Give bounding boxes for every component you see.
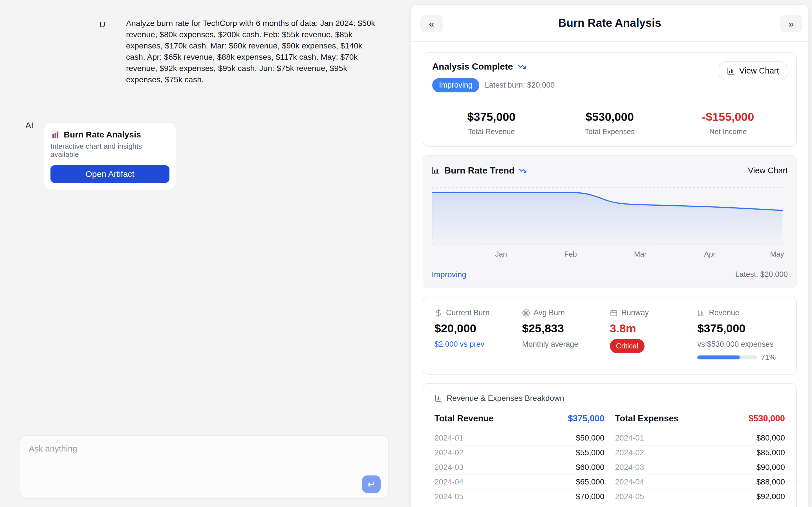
collapse-panel-button[interactable]: «: [420, 15, 443, 33]
chart-column-icon: [435, 394, 442, 402]
trending-down-icon: [519, 167, 527, 175]
artifact-preview-card[interactable]: Burn Rate Analysis Interactive chart and…: [44, 122, 176, 190]
current-burn-metric: Current Burn $20,000 $2,000 vs prev: [435, 308, 522, 362]
key-metrics-card: Current Burn $20,000 $2,000 vs prev Avg …: [423, 297, 797, 375]
chat-composer[interactable]: ↵: [20, 436, 389, 499]
x-label-feb: Feb: [564, 250, 577, 259]
table-row: 2024-03$60,000: [435, 460, 605, 475]
chat-pane: U Analyze burn rate for TechCorp with 6 …: [0, 0, 406, 507]
table-row: 2024-01$50,000: [435, 431, 605, 446]
avg-burn-metric: Avg Burn $25,833 Monthly average: [522, 308, 610, 362]
artifact-panel: « Burn Rate Analysis » Analysis Complete: [411, 4, 809, 507]
x-axis-labels: Jan Feb Mar Apr May: [432, 250, 788, 261]
artifact-header: « Burn Rate Analysis »: [411, 5, 808, 42]
revenue-progress-track: [697, 355, 757, 359]
table-row: 2024-06$75,000: [435, 504, 605, 507]
breakdown-card: Revenue & Expenses Breakdown Total Reven…: [423, 383, 797, 507]
trend-title: Burn Rate Trend: [444, 165, 515, 176]
artifact-card-title: Burn Rate Analysis: [64, 130, 141, 139]
table-row: 2024-03$90,000: [615, 460, 785, 475]
table-row: 2024-06$95,000: [615, 504, 785, 507]
trend-view-chart-link[interactable]: View Chart: [748, 166, 788, 175]
send-button[interactable]: ↵: [362, 475, 380, 493]
revenue-progress-fill: [697, 355, 740, 359]
revenue-metric: Revenue $375,000 vs $530,000 expenses 71…: [697, 308, 785, 362]
x-label-apr: Apr: [704, 250, 715, 259]
artifact-title: Burn Rate Analysis: [558, 17, 661, 29]
trend-status-text: Improving: [432, 270, 466, 279]
analysis-summary-card: Analysis Complete Improving Latest burn:…: [423, 52, 797, 147]
table-row: 2024-02$55,000: [435, 446, 605, 460]
revenue-column: Total Revenue $375,000 2024-01$50,000 20…: [435, 413, 605, 507]
table-row: 2024-04$88,000: [615, 475, 785, 490]
total-expenses-stat: $530,000 Total Expenses: [551, 110, 669, 136]
trending-down-icon: [517, 62, 526, 71]
return-arrow-icon: ↵: [367, 478, 375, 490]
target-icon: [522, 309, 530, 317]
revenue-progress-label: 71%: [761, 353, 776, 362]
burn-rate-trend-card: Burn Rate Trend View Chart: [423, 155, 797, 288]
bar-chart-emoji-icon: [50, 130, 60, 139]
user-message: Analyze burn rate for TechCorp with 6 mo…: [126, 17, 382, 85]
runway-metric: Runway 3.8m Critical: [610, 308, 698, 362]
view-chart-button[interactable]: View Chart: [719, 61, 787, 80]
table-row: 2024-01$80,000: [615, 431, 785, 446]
chart-column-icon: [432, 166, 440, 175]
user-avatar: U: [99, 20, 105, 29]
x-label-jan: Jan: [495, 250, 507, 259]
summary-divider: [432, 101, 787, 101]
breakdown-title: Revenue & Expenses Breakdown: [447, 394, 564, 403]
table-row: 2024-04$65,000: [435, 475, 605, 490]
improving-badge: Improving: [432, 78, 479, 93]
dollar-icon: [435, 309, 442, 317]
x-label-may: May: [770, 250, 784, 259]
summary-title: Analysis Complete: [432, 61, 513, 72]
expenses-column: Total Expenses $530,000 2024-01$80,000 2…: [615, 413, 785, 507]
net-income-stat: -$155,000 Net Income: [669, 110, 787, 136]
calendar-icon: [610, 309, 618, 317]
open-artifact-button[interactable]: Open Artifact: [50, 165, 169, 183]
latest-burn-text: Latest burn: $20,000: [485, 81, 555, 90]
table-row: 2024-02$85,000: [615, 446, 785, 460]
trend-latest-text: Latest: $20,000: [735, 270, 788, 279]
chart-column-icon: [697, 309, 705, 317]
chart-column-icon: [727, 67, 735, 75]
chat-input[interactable]: [20, 436, 388, 473]
ai-avatar: AI: [26, 121, 33, 130]
table-row: 2024-05$70,000: [435, 490, 605, 504]
total-revenue-stat: $375,000 Total Revenue: [432, 110, 551, 136]
table-row: 2024-05$92,000: [615, 490, 785, 504]
critical-badge: Critical: [610, 339, 645, 353]
burn-rate-line-chart: [432, 187, 788, 245]
x-label-mar: Mar: [634, 250, 647, 259]
expand-panel-button[interactable]: »: [780, 15, 802, 33]
artifact-card-subtitle: Interactive chart and insights available: [50, 142, 169, 159]
